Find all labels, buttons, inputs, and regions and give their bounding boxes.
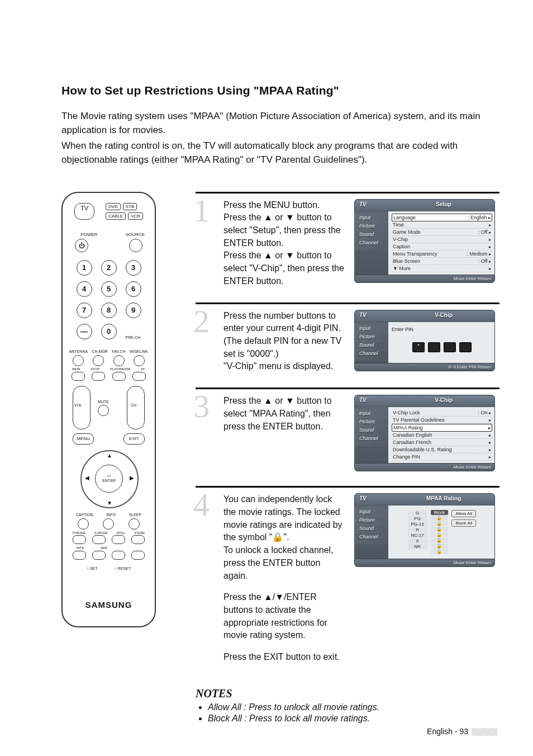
osd-row: MPAA Rating ▸ (392, 424, 492, 432)
key-5: 5 (101, 281, 117, 297)
osd-row: V-Chip Lock: On ▸ (392, 409, 492, 417)
sleep-label: SLEEP (129, 513, 142, 517)
remote-source-label: SOURCE (63, 232, 145, 237)
stop-label: STOP (91, 367, 99, 371)
step-3-text: Press the ▲ or ▼ button to select "MPAA … (223, 395, 346, 433)
osd-row: Game Mode: Off ▸ (392, 229, 492, 236)
osd-row: V-Chip ▸ (392, 236, 492, 243)
pin-entry: * (392, 334, 492, 360)
enter-label: ENTER (102, 479, 116, 483)
osd-vchip: TVV-Chip Input Picture Sound Channel V-C… (354, 395, 495, 471)
step-1: 1 Press the MENU button. Press the ▲ or … (196, 192, 499, 303)
osd-footer: Move Enter Return (355, 275, 494, 282)
key-dash: — (77, 324, 92, 339)
key-1: 1 (77, 260, 92, 276)
manual-page: How to Set up Restrictions Using "MPAA R… (0, 0, 533, 756)
intro-p1: The Movie rating system uses "MPAA" (Mot… (61, 110, 499, 137)
osd-setup: TVSetup Input Picture Sound Channel Lang… (354, 199, 495, 283)
dpad: ▲ ▼ ◀ ▶ ⏎ENTER (80, 450, 139, 508)
osd-row: Menu Transparency: Medium ▸ (392, 251, 492, 258)
block-all-button: Block All (451, 519, 476, 527)
page-title: How to Set up Restrictions Using "MPAA R… (61, 84, 499, 97)
step-number: 1 (193, 195, 210, 227)
remote-tv-badge: TV (74, 203, 94, 220)
vol-rocker: VOL (73, 386, 91, 429)
mute-label: MUTE (98, 400, 109, 404)
ff-label: FF (141, 367, 145, 371)
key-2: 2 (101, 260, 117, 276)
osd-enter-pin: TVV-Chip Input Picture Sound Channel Ent… (354, 310, 495, 371)
key-4: 4 (77, 281, 92, 297)
key-8: 8 (101, 303, 117, 318)
osd-side-sound: Sound (355, 230, 388, 239)
menu-button: MENU (73, 433, 94, 445)
osd-side-input: Input (355, 214, 388, 222)
osd-side-channel: Channel (355, 239, 388, 247)
osd-row: Canadian English ▸ (392, 432, 492, 439)
step-2: 2 Press the number buttons to enter your… (196, 303, 499, 388)
step-1-text: Press the MENU button. Press the ▲ or ▼ … (223, 199, 346, 288)
remote-illustration: TV DVD STB CABLE VCR POWER SOURC (61, 192, 196, 650)
key-9: 9 (126, 303, 141, 318)
key-0: 0 (101, 324, 117, 339)
wiselink-label: WISELINK (130, 349, 148, 353)
steps-column: 1 Press the MENU button. Press the ▲ or … (196, 192, 499, 725)
remote-keypad: 1 2 3 4 5 6 7 8 9 — 0 PRE-CH (63, 260, 155, 339)
osd-row: Change PIN ▸ (392, 453, 492, 461)
rew-label: REW (72, 367, 80, 371)
remote-stb: STB (123, 203, 137, 210)
step-4: 4 You can independently lock the movie r… (196, 486, 499, 678)
reset-label: ○ RESET (115, 566, 131, 570)
step-2-text: Press the number buttons to enter your c… (223, 310, 346, 374)
osd-row: Blue Screen: Off ▸ (392, 258, 492, 265)
ch-rocker: CH (127, 386, 145, 429)
info-label: INFO (106, 513, 116, 517)
remote-vcr: VCR (128, 212, 143, 220)
osd-row: Canadian French ▸ (392, 439, 492, 446)
key-6: 6 (126, 281, 141, 297)
step-3: 3 Press the ▲ or ▼ button to select "MPA… (196, 388, 499, 486)
osd-mpaa: TVMPAA Rating Input Picture Sound Channe… (354, 493, 495, 567)
allow-all-button: Allow All (451, 510, 476, 517)
source-button (129, 239, 142, 252)
favch-label: FAV.CH (112, 349, 125, 353)
caption-label: CAPTION (76, 513, 93, 517)
play-label: PLAY/PAUSE (110, 367, 130, 371)
note-block-all: Block All : Press to lock all movie rati… (208, 714, 499, 724)
key-7: 7 (77, 303, 92, 318)
chmgr-label: CH.MGR (92, 349, 108, 353)
notes-section: NOTES Allow All : Press to unlock all mo… (196, 687, 499, 724)
osd-row: ▼ More ▸ (392, 265, 492, 272)
osd-side-picture: Picture (355, 222, 388, 230)
remote-dvd: DVD (106, 203, 121, 210)
note-allow-all: Allow All : Press to unlock all movie ra… (208, 702, 499, 712)
prech-label: PRE-CH (126, 336, 141, 339)
step-4-text-b: Press the ▲/▼/ENTER buttons to activate … (223, 591, 346, 642)
step-4-text-c: Press the EXIT button to exit. (223, 651, 346, 664)
osd-row: Caption ▸ (392, 243, 492, 251)
power-icon: ⏻ (75, 239, 88, 252)
osd-row: Time ▸ (392, 221, 492, 229)
remote-cable: CABLE (106, 212, 126, 220)
intro-text: The Movie rating system uses "MPAA" (Mot… (61, 110, 499, 167)
brand-logo: SAMSUNG (63, 600, 155, 609)
step-4-text-a: You can independently lock the movie rat… (223, 493, 346, 582)
intro-p2: When the rating control is on, the TV wi… (61, 139, 499, 167)
enter-pin-label: Enter PIN (392, 324, 492, 334)
key-3: 3 (126, 260, 141, 276)
set-label: ○ SET (87, 566, 98, 570)
exit-button: EXIT (123, 433, 145, 445)
osd-row: Language: English ▸ (392, 214, 492, 221)
page-footer: English - 93 (427, 727, 497, 736)
antenna-label: ANTENNA (69, 349, 88, 353)
notes-heading: NOTES (196, 687, 499, 700)
osd-row: TV Parental Guidelines ▸ (392, 417, 492, 424)
osd-row: Downloadable U.S. Rating ▸ (392, 446, 492, 453)
